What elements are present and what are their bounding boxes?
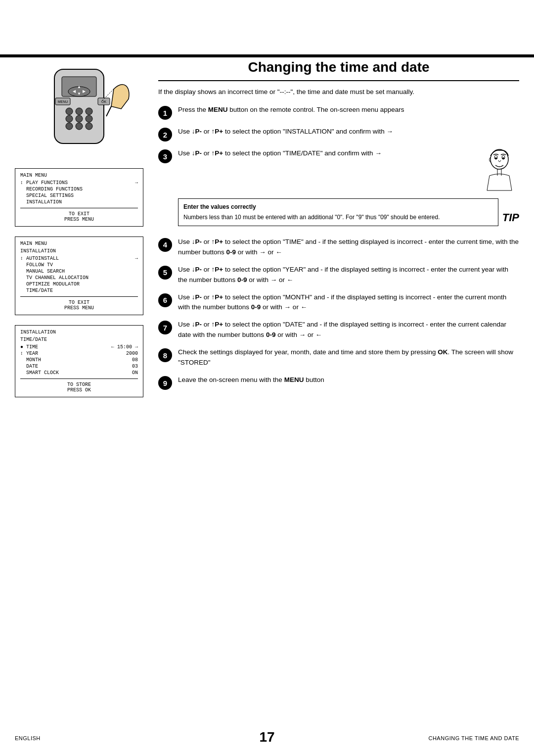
step-1: 1 Press the MENU button on the remote co… [158, 105, 519, 120]
menu1-item-0: ↕ PLAY FUNCTIONS → [20, 180, 138, 186]
top-border [0, 54, 534, 57]
menu2-spacer-1 [20, 262, 26, 268]
menu1-spacer-2 [20, 193, 26, 198]
step-5: 5 Use ↓P- or ↑P+ to select the option "Y… [158, 265, 519, 285]
menu3-spacer-3 [20, 364, 26, 369]
page-title: Changing the time and date [158, 59, 519, 81]
step-3-with-tip: 3 Use ↓P- or ↑P+ to select the option "T… [158, 148, 519, 230]
menu3-label-0: TIME [26, 344, 38, 350]
menu2-label-0: AUTOINSTALL [26, 256, 59, 261]
menu1-item-2: SPECIAL SETTINGS [20, 193, 138, 198]
svg-point-2 [66, 108, 73, 115]
step-2-num: 2 [158, 128, 172, 142]
svg-point-7 [86, 115, 92, 122]
menu2-item-1: FOLLOW TV [20, 262, 138, 268]
menu1-divider [20, 208, 138, 208]
svg-text:▼: ▼ [77, 92, 81, 96]
step-7-num: 7 [158, 321, 172, 334]
svg-point-6 [76, 115, 83, 122]
menu3-spacer-2 [20, 357, 26, 363]
svg-text:◀: ◀ [73, 89, 76, 94]
svg-point-10 [86, 123, 92, 130]
menu2-item-0: ↕ AUTOINSTALL → [20, 256, 138, 261]
menu2-spacer-3 [20, 275, 26, 281]
menu3-label-4: SMART CLOCK [26, 370, 59, 376]
svg-text:▶: ▶ [83, 89, 86, 94]
menu2-label-3: TV CHANNEL ALLOCATION [26, 275, 89, 281]
menu1-spacer-1 [20, 187, 26, 192]
step-6-num: 6 [158, 293, 172, 307]
step-9-content: Leave the on-screen menu with the MENU b… [178, 375, 519, 385]
svg-text:▲: ▲ [77, 85, 81, 89]
menu3-bullet-1: ↕ [20, 351, 23, 356]
step-8-num: 8 [158, 348, 172, 362]
menu2-spacer-4 [20, 282, 26, 287]
step-8: 8 Check the settings displayed for year,… [158, 347, 519, 368]
menu2-label-2: MANUAL SEARCH [26, 269, 65, 274]
menu2-label-5: TIME/DATE [26, 288, 53, 293]
menu2-item-3: TV CHANNEL ALLOCATION [20, 275, 138, 281]
svg-point-26 [502, 157, 504, 159]
menu-box-2: MAIN MENU INSTALLATION ↕ AUTOINSTALL → F… [15, 236, 143, 315]
menu2-item-2: MANUAL SEARCH [20, 269, 138, 274]
menu2-bullet-0: ↕ [20, 256, 23, 261]
menu-box-3: INSTALLATION TIME/DATE ● TIME ← 15:00 → … [15, 325, 143, 397]
menu1-exit-1: TO EXIT PRESS MENU [20, 211, 138, 222]
menu1-label-install: INSTALLATION [26, 199, 62, 205]
menu1-arrow-0: → [135, 180, 138, 186]
menu3-value-2: 08 [132, 357, 138, 363]
person-illustration [480, 148, 519, 194]
menu3-exit: TO STORE PRESS OK [20, 382, 138, 393]
menu1-label-play: PLAY FUNCTIONS [26, 180, 68, 186]
step-3-num: 3 [158, 149, 172, 163]
svg-point-25 [495, 157, 497, 159]
step-5-num: 5 [158, 266, 172, 280]
svg-text:MENU: MENU [58, 100, 68, 103]
step-9-num: 9 [158, 376, 172, 390]
svg-line-20 [106, 106, 111, 116]
step-9: 9 Leave the on-screen menu with the MENU… [158, 375, 519, 390]
menu3-value-0: ← 15:00 → [111, 344, 138, 350]
tip-row: Enter the values correctly Numbers less … [178, 198, 519, 226]
remote-illustration: MENU OK ▲ ▼ ◀ ▶ [25, 59, 134, 158]
menu2-item-4: OPTIMIZE MODULATOR [20, 282, 138, 287]
intro-text: If the display shows an incorrect time o… [158, 87, 519, 97]
menu1-label-special: SPECIAL SETTINGS [26, 193, 74, 198]
menu1-bullet-0: ↕ [20, 180, 23, 186]
menu3-value-3: 03 [132, 364, 138, 369]
step-1-content: Press the MENU button on the remote cont… [178, 105, 519, 115]
step-6: 6 Use ↓P- or ↑P+ to select the option "M… [158, 292, 519, 313]
menu1-spacer-3 [20, 199, 26, 205]
menu3-label-1: YEAR [26, 351, 38, 356]
svg-point-9 [76, 123, 83, 130]
menu3-item-2: MONTH 08 [20, 357, 138, 363]
menu1-label-rec: RECORDING FUNCTIONS [26, 187, 83, 192]
menu2-spacer-5 [20, 288, 26, 293]
step-4-num: 4 [158, 238, 172, 252]
footer-left: English [15, 735, 41, 741]
menu2-spacer-2 [20, 269, 26, 274]
step-7-content: Use ↓P- or ↑P+ to select the option "DAT… [178, 320, 519, 340]
step-8-content: Check the settings displayed for year, m… [178, 347, 519, 368]
tip-body: Numbers less than 10 must be entered wit… [183, 213, 493, 222]
menu3-value-4: ON [132, 370, 138, 376]
menu3-item-4: SMART CLOCK ON [20, 370, 138, 376]
step-4: 4 Use ↓P- or ↑P+ to select the option "T… [158, 237, 519, 258]
step-1-num: 1 [158, 106, 172, 120]
menu-box-1: MAIN MENU ↕ PLAY FUNCTIONS → RECORDING F… [15, 168, 143, 227]
menu2-title1: MAIN MENU [20, 241, 138, 246]
right-column: Changing the time and date If the displa… [158, 59, 519, 390]
steps-container: 1 Press the MENU button on the remote co… [158, 105, 519, 390]
left-column: MENU OK ▲ ▼ ◀ ▶ MAIN MENU ↕ PLAY FUNCTIO… [15, 59, 143, 407]
menu2-title2: INSTALLATION [20, 248, 138, 254]
menu2-item-5: TIME/DATE [20, 288, 138, 293]
menu3-item-3: DATE 03 [20, 364, 138, 369]
step-7: 7 Use ↓P- or ↑P+ to select the option "D… [158, 320, 519, 340]
page-number: 17 [259, 729, 274, 745]
menu3-label-3: DATE [26, 364, 38, 369]
step-2-content: Use ↓P- or ↑P+ to select the option "INS… [178, 127, 519, 137]
menu1-item-3: INSTALLATION [20, 199, 138, 205]
menu3-title1: INSTALLATION [20, 330, 138, 335]
svg-point-8 [66, 123, 73, 130]
step-4-content: Use ↓P- or ↑P+ to select the option "TIM… [178, 237, 519, 258]
